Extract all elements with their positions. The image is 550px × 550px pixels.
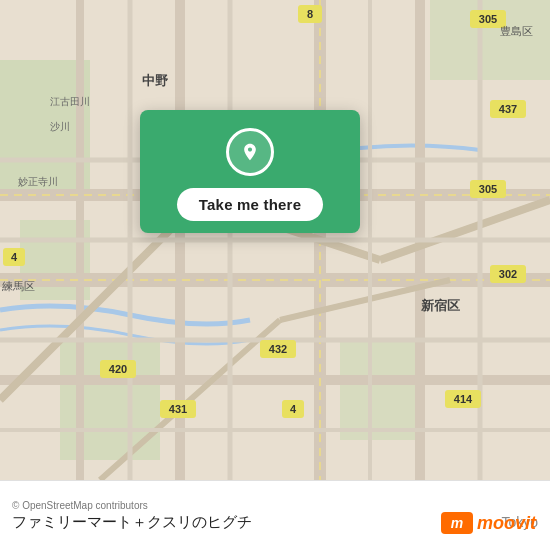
- svg-text:414: 414: [454, 393, 473, 405]
- svg-text:4: 4: [11, 251, 18, 263]
- take-me-there-button[interactable]: Take me there: [177, 188, 323, 221]
- moovit-label: moovit: [477, 513, 536, 534]
- pin-icon: [240, 142, 260, 162]
- svg-text:305: 305: [479, 13, 497, 25]
- moovit-logo: m moovit: [441, 512, 536, 534]
- svg-text:8: 8: [307, 8, 313, 20]
- svg-rect-5: [340, 340, 420, 440]
- svg-text:新宿区: 新宿区: [421, 298, 460, 313]
- svg-text:練馬区: 練馬区: [1, 280, 35, 292]
- svg-text:4: 4: [290, 403, 297, 415]
- svg-text:中野: 中野: [142, 73, 168, 88]
- attribution-text: © OpenStreetMap contributors: [12, 500, 538, 511]
- svg-text:420: 420: [109, 363, 127, 375]
- svg-text:431: 431: [169, 403, 187, 415]
- svg-text:437: 437: [499, 103, 517, 115]
- bottom-bar: © OpenStreetMap contributors ファミリーマート＋クス…: [0, 480, 550, 550]
- map-container: 305 305 437 8 4 420 431 432 4 302 414 中野…: [0, 0, 550, 480]
- location-pin: [226, 128, 274, 176]
- svg-text:305: 305: [479, 183, 497, 195]
- svg-text:豊島区: 豊島区: [500, 25, 533, 37]
- svg-text:江古田川: 江古田川: [50, 96, 90, 107]
- svg-text:妙正寺川: 妙正寺川: [18, 176, 58, 187]
- svg-text:432: 432: [269, 343, 287, 355]
- svg-text:302: 302: [499, 268, 517, 280]
- moovit-m-icon: m: [441, 512, 473, 534]
- location-card: Take me there: [140, 110, 360, 233]
- place-name: ファミリーマート＋クスリのヒグチ: [12, 513, 252, 532]
- map-background: 305 305 437 8 4 420 431 432 4 302 414 中野…: [0, 0, 550, 480]
- svg-text:沙川: 沙川: [50, 121, 70, 132]
